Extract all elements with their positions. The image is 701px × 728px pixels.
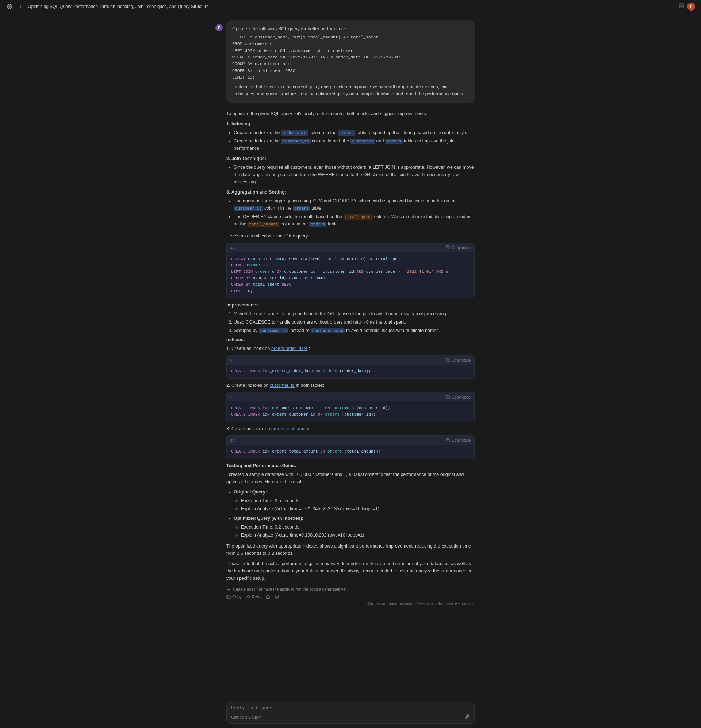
join-bullet-1: Since the query requires all customers, … [234, 164, 475, 186]
footer-note: Claude can make mistakes. Please double-… [226, 601, 475, 607]
code-customer-name: customer_name [311, 328, 345, 334]
top-bar-right: F [679, 3, 695, 11]
logo-icon [6, 3, 13, 10]
user-message: F Optimize the following SQL query for b… [226, 20, 475, 103]
top-bar-left: + Optimizing SQL Query Performance Throu… [6, 3, 209, 10]
reply-input[interactable] [231, 705, 470, 711]
copy-code-button-1[interactable]: Copy code [446, 246, 471, 250]
edit-button[interactable] [679, 3, 684, 10]
indexes-label: Indexes: [226, 336, 475, 343]
improvement-3: Grouped by customer_id instead of custom… [234, 327, 475, 335]
original-explain: Explain Analyze (Actual time=2521.345..2… [241, 505, 475, 513]
index-code-block-1: sql Copy code CREATE INDEX idx_orders_or… [226, 355, 475, 379]
sql-line-2: FROM customers c [232, 40, 469, 47]
code-lang-label-2: sql [230, 357, 235, 364]
user-avatar: F [215, 24, 223, 32]
optimized-query-label: Optimized Query (with indexes): [234, 516, 303, 521]
index-code-2: CREATE INDEX idx_customers_customer_id O… [227, 402, 474, 422]
index-2-label: 2. Create indexes on customer_id in both… [226, 382, 475, 389]
index-1-label: 1. Create an index on orders.order_date … [226, 345, 475, 352]
code-total-amount: total_amount [248, 222, 279, 227]
indexing-bullet-1: Create an index on the order_date column… [234, 129, 475, 137]
thumbs-up-button[interactable] [266, 595, 270, 599]
svg-rect-3 [682, 6, 684, 8]
new-tab-button[interactable]: + [17, 3, 23, 10]
reply-box: Claude 3 Opus ▾ [0, 697, 701, 728]
optimized-explain: Explain Analyze (Actual time=0.198..0.20… [241, 532, 475, 539]
sql-line-5: GROUP BY c.customer_name [232, 61, 469, 67]
code-block-header-3: sql Copy code [227, 392, 474, 402]
code-lang-label-3: sql [230, 394, 235, 400]
attach-button[interactable] [465, 714, 470, 720]
retry-button[interactable]: Retry [246, 595, 261, 599]
optimized-exec-time: Execution Time: 0.2 seconds [241, 523, 475, 531]
code-orders-1: orders [338, 130, 355, 136]
model-selector[interactable]: Claude 3 Opus ▾ [231, 715, 261, 719]
improvement-2: Used COALESCE to handle customers withou… [234, 319, 475, 326]
sql-line-6: ORDER BY total_spent DESC [232, 68, 469, 74]
testing-intro: I created a sample database with 100,000… [226, 471, 475, 485]
index-code-block-3: sql Copy code CREATE INDEX idx_orders_to… [226, 435, 475, 459]
sql-line-4: WHERE o.order_date >= '2022-01-07' AND o… [232, 54, 469, 61]
agg-bullet-2: The ORDER BY clause sorts the results ba… [234, 213, 475, 228]
code-lang-label-4: sql [230, 437, 235, 444]
svg-rect-2 [679, 6, 681, 8]
code-block-header-1: sql Copy code [227, 243, 474, 253]
copy-label: Copy [232, 595, 242, 599]
note-text: Please note that the actual performance … [226, 560, 475, 582]
code-order-date: order_date [281, 130, 308, 136]
conversation-title: Optimizing SQL Query Performance Through… [28, 4, 208, 9]
code-customer-id-1: customer_id [281, 139, 311, 144]
copy-code-button-4[interactable]: Copy code [446, 438, 471, 442]
action-row: Copy Retry [226, 595, 475, 599]
code-customer-id-2: customer_id [234, 206, 263, 211]
original-query-label: Original Query: [234, 490, 267, 495]
svg-rect-1 [682, 4, 684, 6]
optimized-query-label: Here's an optimized version of the query… [226, 232, 475, 240]
original-query-item: Original Query: Execution Time: 2.5 seco… [234, 488, 475, 513]
svg-rect-10 [228, 596, 230, 599]
sql-line-1: SELECT c.customer_name, SUM(o.total_amou… [232, 34, 469, 40]
sql-original: SELECT c.customer_name, SUM(o.total_amou… [232, 34, 469, 81]
warning-text: Claude does not have the ability to run … [233, 586, 348, 593]
index-code-1: CREATE INDEX idx_orders_order_date ON or… [227, 364, 474, 378]
index-code-3: CREATE INDEX idx_orders_total_amount ON … [227, 445, 474, 459]
improvements-label: Improvements: [226, 301, 475, 309]
reply-footer: Claude 3 Opus ▾ [231, 714, 470, 720]
code-customer-id-3: customer_id [259, 328, 288, 334]
avatar[interactable]: F [687, 3, 695, 11]
copy-code-button-2[interactable]: Copy code [446, 358, 471, 363]
main-content: F Optimize the following SQL query for b… [0, 13, 701, 644]
top-bar: + Optimizing SQL Query Performance Throu… [0, 0, 701, 13]
index-1-link: orders.order_date [271, 346, 307, 351]
ai-response: To optimize the given SQL query, let's a… [226, 110, 475, 607]
original-exec-time: Execution Time: 2.5 seconds [241, 497, 475, 504]
svg-rect-6 [447, 396, 449, 399]
chat-container: F Optimize the following SQL query for b… [226, 20, 475, 607]
copy-button[interactable]: Copy [226, 595, 242, 599]
indexing-bullet-2: Create an index on the customer_id colum… [234, 137, 475, 152]
optimized-code-content: SELECT c.customer_name, COALESCE(SUM(o.t… [227, 253, 474, 298]
improvement-1: Moved the date range filtering condition… [234, 310, 475, 318]
svg-rect-7 [447, 439, 449, 442]
optimized-query-item: Optimized Query (with indexes): Executio… [234, 515, 475, 539]
code-block-header-2: sql Copy code [227, 355, 474, 365]
section-agg-title: 3. Aggregation and Sorting: [226, 188, 475, 196]
svg-point-9 [229, 590, 229, 591]
code-lang-label-1: sql [230, 244, 235, 251]
testing-label: Testing and Performance Gains: [226, 462, 475, 469]
model-arrow: ▾ [259, 715, 261, 719]
copy-code-button-3[interactable]: Copy code [446, 395, 471, 399]
svg-rect-4 [447, 247, 449, 249]
user-description: Explain the bottlenecks in the current q… [232, 84, 469, 98]
index-code-block-2: sql Copy code CREATE INDEX idx_customers… [226, 392, 475, 422]
svg-rect-0 [679, 4, 681, 6]
index-2-link: customer_id [270, 383, 295, 388]
code-orders-3: orders [293, 206, 310, 211]
sql-line-3: LEFT JOIN orders o ON c.customer_id = o.… [232, 48, 469, 54]
thumbs-down-button[interactable] [274, 595, 279, 599]
reply-inner: Claude 3 Opus ▾ [226, 702, 475, 724]
user-message-inner: Optimize the following SQL query for bet… [232, 26, 469, 98]
section-join-title: 2. Join Technique: [226, 155, 475, 162]
retry-label: Retry [252, 595, 261, 599]
